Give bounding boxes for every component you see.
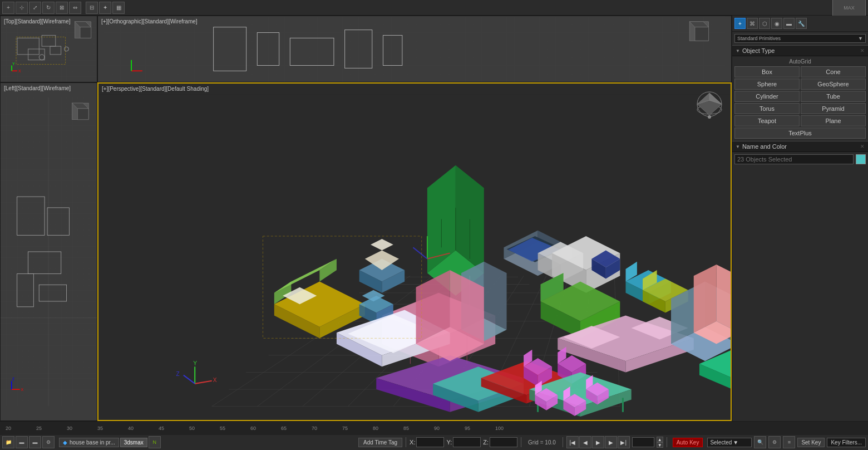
- svg-text:Z: Z: [176, 371, 180, 377]
- tick-35: 35: [97, 425, 103, 431]
- collapse-arrow-object: ▼: [736, 48, 740, 53]
- display-panel-btn[interactable]: ▬: [783, 18, 795, 29]
- go-end-btn[interactable]: ▶|: [618, 436, 630, 448]
- object-type-grid: AutoGrid Box Cone Sphere GeoSphere Cylin…: [732, 56, 868, 141]
- box-btn[interactable]: Box: [734, 66, 800, 77]
- name-color-header[interactable]: ▼ Name and Color ✕: [732, 141, 868, 152]
- svg-marker-13: [80, 27, 91, 38]
- tick-25: 25: [36, 425, 42, 431]
- close-name-color[interactable]: ✕: [860, 144, 865, 149]
- key-filters-label: Key Filters...: [831, 439, 862, 446]
- maxscript-btn[interactable]: ⚙: [42, 436, 55, 448]
- viewport-left[interactable]: [Left][Standard][Wireframe]: [0, 82, 97, 421]
- svg-marker-43: [77, 109, 88, 120]
- key-filters-btn[interactable]: Key Filters...: [827, 438, 866, 447]
- textplus-btn[interactable]: TextPlus: [734, 128, 866, 139]
- auto-key-label: Auto Key: [677, 439, 699, 446]
- timeline-bar[interactable]: 20 25 30 35 40 45 50 55 60 65 70 75 80 8…: [0, 422, 868, 435]
- close-object-type[interactable]: ✕: [860, 48, 865, 53]
- top-toolbar: + ⊹ ⤢ ↻ ⊠ ⇔ ⊟ ✦ ▦ MAX: [0, 0, 868, 16]
- tick-50: 50: [189, 425, 195, 431]
- hierarchy-panel-btn[interactable]: ⬡: [759, 18, 770, 29]
- timeline-numbers[interactable]: 20 25 30 35 40 45 50 55 60 65 70 75 80 8…: [6, 422, 866, 435]
- teapot-btn[interactable]: Teapot: [734, 115, 800, 126]
- grid-info: Grid = 10.0: [528, 439, 556, 446]
- object-type-header[interactable]: ▼ Object Type ✕: [732, 45, 868, 56]
- viewport-perspective[interactable]: [+][Perspective][Standard][Default Shadi…: [97, 82, 732, 421]
- modify-panel-btn[interactable]: ⌘: [747, 18, 758, 29]
- scale-tool[interactable]: ⊠: [56, 2, 68, 14]
- 3dsmax-label: 3dsmax: [124, 439, 144, 446]
- svg-text:Y: Y: [12, 62, 15, 66]
- tick-45: 45: [159, 425, 164, 431]
- selected-dropdown[interactable]: Selected ▼: [707, 438, 752, 447]
- svg-text:X: X: [213, 377, 217, 383]
- svg-marker-27: [695, 27, 709, 41]
- mirror-tool[interactable]: ⇔: [69, 2, 81, 14]
- add-time-tag-btn[interactable]: Add Time Tag: [358, 438, 402, 447]
- plane-btn[interactable]: Plane: [801, 115, 866, 126]
- go-start-btn[interactable]: |◀: [566, 436, 579, 448]
- frame-input[interactable]: 0: [632, 437, 654, 447]
- auto-key-btn[interactable]: Auto Key: [673, 438, 703, 447]
- svg-text:X: X: [18, 69, 21, 73]
- file-explorer-btn[interactable]: 📁: [2, 436, 14, 448]
- taskbar-icons: 📁 ▬ ▬ ⚙: [2, 436, 55, 448]
- house-file-tab[interactable]: ◆ house base in pr...: [59, 438, 119, 447]
- create-panel-btn[interactable]: +: [734, 18, 746, 29]
- tube-btn[interactable]: Tube: [801, 91, 866, 102]
- render-btn[interactable]: ▦: [112, 2, 125, 14]
- utilities-panel-btn[interactable]: 🔧: [796, 18, 807, 29]
- set-key-btn[interactable]: Set Key: [797, 438, 825, 447]
- window-btn1[interactable]: ▬: [16, 436, 28, 448]
- x-input[interactable]: [416, 437, 444, 447]
- selected-arrow: ▼: [733, 439, 738, 446]
- nav-cube[interactable]: [694, 89, 725, 120]
- rotate-tool[interactable]: ↻: [42, 2, 55, 14]
- sep1: [406, 437, 406, 447]
- search-btn[interactable]: 🔍: [754, 436, 766, 448]
- y-input[interactable]: [453, 437, 481, 447]
- frame-down[interactable]: ▼: [657, 442, 663, 448]
- tick-80: 80: [373, 425, 378, 431]
- color-swatch[interactable]: [856, 154, 866, 164]
- more-btn[interactable]: ≡: [783, 436, 795, 448]
- svg-text:Z: Z: [12, 377, 14, 381]
- frame-up[interactable]: ▲: [657, 437, 663, 442]
- filter-btn[interactable]: ⚙: [768, 436, 781, 448]
- torus-btn[interactable]: Torus: [734, 103, 800, 114]
- svg-marker-183: [694, 265, 717, 332]
- collapse-arrow-name: ▼: [736, 144, 740, 149]
- object-name-input[interactable]: [734, 154, 854, 164]
- select-tool[interactable]: ⊹: [16, 2, 28, 14]
- viewport-orthographic[interactable]: [+][Orthographic][Standard][Wireframe]: [97, 16, 732, 82]
- y-coord-field: Y:: [446, 437, 481, 447]
- tick-40: 40: [128, 425, 134, 431]
- window-btn2[interactable]: ▬: [29, 436, 41, 448]
- geosphere-btn[interactable]: GeoSphere: [801, 79, 866, 90]
- plus-button[interactable]: +: [2, 2, 14, 14]
- motion-panel-btn[interactable]: ◉: [771, 18, 782, 29]
- pyramid-btn[interactable]: Pyramid: [801, 103, 866, 114]
- align-tool[interactable]: ⊟: [86, 2, 98, 14]
- cylinder-btn[interactable]: Cylinder: [734, 91, 800, 102]
- snap-tool[interactable]: ✦: [99, 2, 111, 14]
- object-category-dropdown[interactable]: Standard Primitives ▼: [734, 34, 866, 43]
- tick-85: 85: [403, 425, 409, 431]
- tick-30: 30: [67, 425, 72, 431]
- sphere-btn[interactable]: Sphere: [734, 79, 800, 90]
- play-btn[interactable]: ▶: [592, 436, 604, 448]
- name-color-section: [732, 152, 868, 167]
- 3dsmax-tab[interactable]: 3dsmax: [120, 438, 147, 447]
- next-frame-btn[interactable]: ▶: [605, 436, 617, 448]
- house-file-icon: ◆: [63, 439, 67, 446]
- bottom-bar: 20 25 30 35 40 45 50 55 60 65 70 75 80 8…: [0, 421, 868, 450]
- tick-95: 95: [465, 425, 470, 431]
- move-tool[interactable]: ⤢: [29, 2, 41, 14]
- z-input[interactable]: [490, 437, 517, 447]
- prev-frame-btn[interactable]: ◀: [579, 436, 591, 448]
- cone-btn[interactable]: Cone: [801, 66, 866, 77]
- viewport-top[interactable]: [Top][Standard][Wireframe]: [0, 16, 97, 82]
- nvidia-btn[interactable]: N: [149, 436, 161, 448]
- svg-text:X: X: [21, 388, 24, 392]
